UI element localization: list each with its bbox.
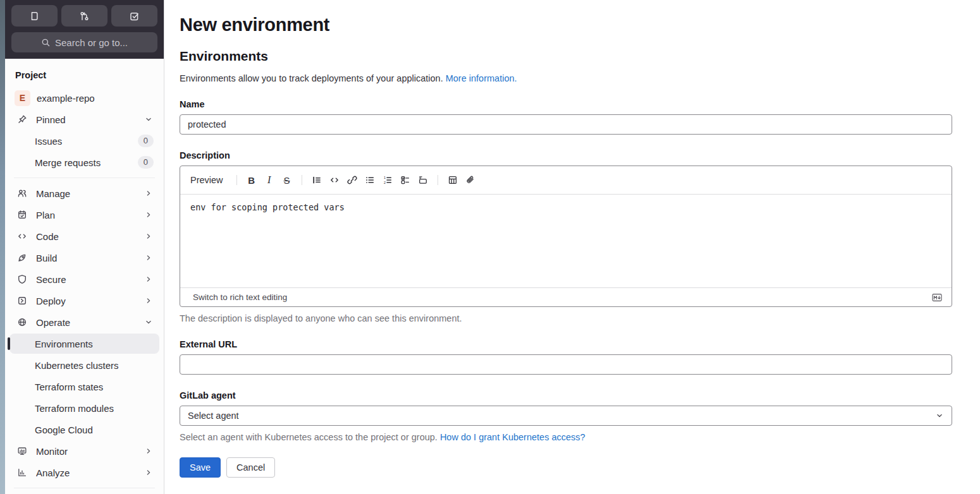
- todo-shortcut-icon: [129, 11, 140, 21]
- search-icon: [41, 38, 51, 47]
- page-title: New environment: [180, 15, 952, 35]
- sidebar-item-issues[interactable]: Issues 0: [9, 131, 159, 151]
- description-editor: Preview B I S 12: [180, 166, 952, 307]
- chevron-down-icon: [935, 411, 944, 420]
- link-button[interactable]: [344, 172, 360, 188]
- bullet-list-button[interactable]: [362, 172, 378, 188]
- sidebar-item-label: Environments: [35, 339, 155, 349]
- chevron-right-icon: [144, 296, 153, 305]
- name-input[interactable]: [180, 114, 952, 135]
- name-label: Name: [180, 99, 952, 109]
- sidebar-item-deploy[interactable]: Deploy: [9, 291, 159, 311]
- sidebar-item-monitor[interactable]: Monitor: [9, 441, 159, 461]
- chevron-down-icon: [144, 318, 153, 327]
- numbered-list-button[interactable]: 12: [379, 172, 396, 188]
- sidebar-item-manage[interactable]: Manage: [9, 183, 159, 203]
- agent-select[interactable]: Select agent: [180, 406, 952, 426]
- toolbar-separator: [302, 175, 302, 185]
- sidebar-item-environments[interactable]: Environments: [9, 334, 159, 354]
- sidebar-item-label: Deploy: [36, 296, 144, 306]
- link-icon: [347, 175, 357, 185]
- table-icon: [448, 175, 458, 185]
- sidebar-item-terraform-modules[interactable]: Terraform modules: [9, 398, 159, 418]
- chevron-right-icon: [144, 447, 153, 455]
- agent-select-value: Select agent: [188, 411, 239, 421]
- todo-shortcut-button[interactable]: [111, 5, 157, 27]
- sidebar-item-project[interactable]: E example-repo: [9, 88, 159, 108]
- markdown-icon: [931, 293, 943, 302]
- chevron-right-icon: [144, 189, 153, 198]
- strikethrough-button[interactable]: S: [279, 172, 295, 188]
- bold-icon: B: [248, 175, 255, 186]
- sidebar-item-secure[interactable]: Secure: [9, 269, 159, 289]
- sidebar-item-label: Pinned: [36, 114, 144, 125]
- code-icon: [17, 231, 27, 241]
- sidebar-item-operate[interactable]: Operate: [9, 312, 159, 332]
- svg-text:1: 1: [384, 176, 386, 179]
- sidebar-item-label: Secure: [36, 274, 144, 285]
- agent-help-text: Select an agent with Kubernetes access t…: [180, 432, 952, 442]
- sidebar-item-code[interactable]: Code: [9, 226, 159, 246]
- environments-heading: Environments: [180, 49, 952, 64]
- sidebar-item-label: Terraform states: [35, 382, 155, 392]
- main-content: New environment Environments Environment…: [164, 0, 980, 494]
- issues-shortcut-button[interactable]: [11, 5, 58, 27]
- quote-icon: [312, 175, 322, 185]
- kubernetes-access-link[interactable]: How do I grant Kubernetes access?: [440, 432, 585, 442]
- sidebar-item-label: Terraform modules: [35, 403, 155, 414]
- svg-text:2: 2: [384, 181, 386, 184]
- users-icon: [17, 188, 27, 198]
- sidebar-item-label: Operate: [36, 317, 144, 328]
- save-button[interactable]: Save: [180, 457, 221, 478]
- attach-file-button[interactable]: [462, 172, 479, 188]
- chevron-down-icon: [144, 115, 153, 124]
- code-button[interactable]: [326, 172, 343, 188]
- bullet-list-icon: [365, 175, 375, 185]
- table-button[interactable]: [444, 172, 461, 188]
- collapsible-section-icon: [418, 175, 428, 185]
- quote-button[interactable]: [309, 172, 325, 188]
- form-actions: Save Cancel: [180, 457, 952, 478]
- italic-icon: I: [267, 174, 271, 186]
- globe-icon: [17, 317, 27, 327]
- toolbar-separator: [236, 175, 237, 185]
- external-url-input[interactable]: [180, 354, 952, 375]
- description-textarea[interactable]: env for scoping protected vars: [180, 195, 952, 285]
- sidebar-item-pinned[interactable]: Pinned: [9, 109, 159, 130]
- search-input[interactable]: Search or go to...: [11, 32, 157, 52]
- sidebar-item-analyze[interactable]: Analyze: [9, 462, 159, 483]
- intro-text-body: Environments allow you to track deployme…: [180, 73, 443, 83]
- bold-button[interactable]: B: [243, 172, 260, 188]
- preview-button[interactable]: Preview: [190, 175, 223, 185]
- sidebar-header: Search or go to...: [5, 0, 164, 59]
- sidebar-item-merge-requests[interactable]: Merge requests 0: [9, 152, 159, 172]
- pin-icon: [17, 114, 27, 124]
- strikethrough-icon: S: [284, 175, 290, 186]
- numbered-list-icon: 12: [383, 175, 393, 185]
- sidebar-item-google-cloud[interactable]: Google Cloud: [9, 419, 159, 440]
- task-list-icon: [400, 175, 410, 185]
- description-label: Description: [180, 150, 952, 160]
- task-list-button[interactable]: [397, 172, 413, 188]
- sidebar-item-terraform-states[interactable]: Terraform states: [9, 377, 159, 397]
- chevron-right-icon: [144, 232, 153, 241]
- sidebar-item-kubernetes-clusters[interactable]: Kubernetes clusters: [9, 355, 159, 375]
- chevron-right-icon: [144, 210, 153, 219]
- cancel-button[interactable]: Cancel: [226, 457, 275, 478]
- sidebar-item-label: Plan: [36, 210, 144, 220]
- toolbar-separator: [438, 175, 438, 185]
- monitor-icon: [17, 446, 27, 456]
- italic-button[interactable]: I: [261, 172, 278, 188]
- switch-to-rich-text-button[interactable]: Switch to rich text editing: [193, 292, 287, 302]
- attach-file-icon: [465, 175, 475, 185]
- collapsible-section-button[interactable]: [415, 172, 431, 188]
- calendar-icon: [17, 210, 27, 220]
- merge-requests-shortcut-button[interactable]: [61, 5, 107, 27]
- sidebar-item-label: Merge requests: [35, 157, 138, 168]
- sidebar-item-build[interactable]: Build: [9, 248, 159, 268]
- sidebar-item-label: Manage: [36, 188, 144, 199]
- description-help-text: The description is displayed to anyone w…: [180, 313, 952, 323]
- sidebar-item-plan[interactable]: Plan: [9, 205, 159, 225]
- sidebar-nav: Project E example-repo Pinned Issues 0 M…: [5, 59, 164, 494]
- more-information-link[interactable]: More information.: [446, 73, 517, 83]
